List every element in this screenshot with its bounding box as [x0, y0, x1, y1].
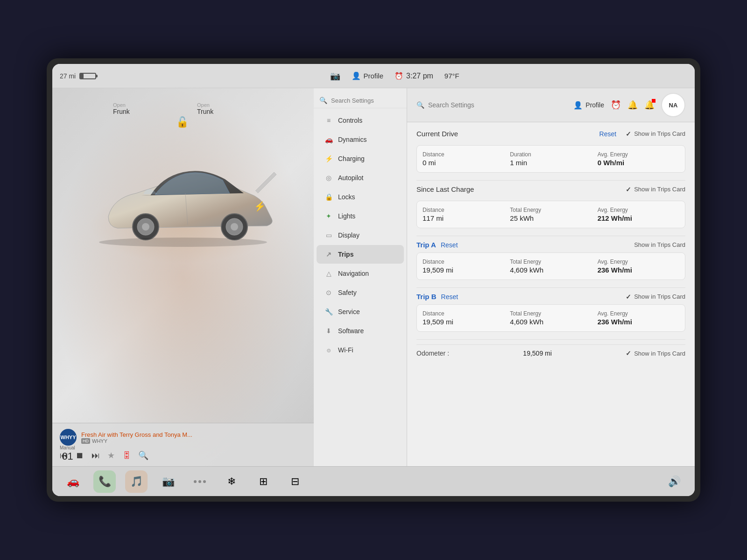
sidebar-item-wifi[interactable]: ⌾ Wi-Fi	[317, 341, 404, 359]
nav-list: ≡ Controls 🚗 Dynamics ⚡ Charging ◎ Autop…	[314, 111, 407, 359]
safety-icon: ⊙	[324, 288, 333, 297]
svg-point-3	[142, 223, 149, 231]
profile-button-top[interactable]: 👤 Profile	[352, 71, 384, 80]
taskbar-fan-icon: ❄	[227, 476, 236, 488]
wifi-icon: ⌾	[324, 345, 333, 355]
odometer-row: Odometer : 19,509 mi ✓ Show in Trips Car…	[416, 344, 685, 362]
sidebar-item-lights[interactable]: ✦ Lights	[317, 207, 404, 225]
charging-label: Charging	[338, 155, 365, 162]
dynamics-icon: 🚗	[324, 135, 333, 144]
lights-label: Lights	[338, 212, 355, 220]
battery-fill	[80, 74, 83, 78]
sidebar-item-display[interactable]: ▭ Display	[317, 226, 404, 245]
taskbar-climate-button[interactable]: ❄	[220, 470, 243, 493]
current-drive-reset-button[interactable]: Reset	[599, 130, 617, 138]
taskbar-phone-button[interactable]: 📞	[93, 470, 116, 493]
sidebar-item-trips[interactable]: ↗ Trips	[317, 245, 404, 264]
since-last-charge-stats: Distance 117 mi Total Energy 25 kWh Avg.…	[416, 201, 685, 228]
screen-inner: 27 mi 📷 👤 Profile ⏰ 3:27 pm 97°F	[52, 64, 695, 496]
odometer-value: 19,509 mi	[523, 350, 551, 357]
notification-icon[interactable]: 🔔	[627, 100, 638, 110]
sidebar-item-charging[interactable]: ⚡ Charging	[317, 149, 404, 168]
taskbar-app1-button[interactable]: ⊞	[252, 470, 275, 493]
trunk-label[interactable]: Open Trunk	[197, 102, 213, 115]
search-box: 🔍	[416, 101, 566, 109]
trip-b-name: Trip B	[416, 293, 437, 301]
service-icon: 🔧	[324, 307, 333, 316]
bell-dot-icon[interactable]: 🔔	[644, 100, 655, 110]
trip-a-avg-energy: Avg. Energy 236 Wh/mi	[598, 259, 679, 274]
frunk-text: Frunk	[113, 108, 130, 115]
car-svg: ⚡	[80, 142, 286, 263]
search-settings-input[interactable]	[331, 97, 401, 104]
time-value: 3:27 pm	[406, 72, 433, 80]
trip-a-reset-button[interactable]: Reset	[441, 241, 458, 249]
sidebar-item-autopilot[interactable]: ◎ Autopilot	[317, 168, 404, 187]
equalizer-button[interactable]: 🎛	[122, 451, 131, 461]
navigation-icon: △	[324, 269, 333, 278]
sidebar-item-service[interactable]: 🔧 Service	[317, 302, 404, 321]
divider-1	[416, 180, 685, 181]
current-drive-show-trips: ✓ Show in Trips Card	[626, 130, 685, 138]
music-controls: ⏮ ⏹ ⏭ ★ 🎛 🔍	[60, 450, 306, 461]
taskbar-music-button[interactable]: 🎵	[125, 470, 148, 493]
header-icons: 👤 Profile ⏰ 🔔 🔔 NA	[573, 93, 685, 117]
frunk-label[interactable]: Open Frunk	[113, 102, 130, 115]
current-drive-distance: Distance 0 mi	[423, 151, 504, 167]
profile-button-header[interactable]: 👤 Profile	[573, 101, 604, 110]
trip-b-total-energy: Total Energy 4,609 kWh	[510, 310, 592, 326]
temp-value-top: 97°F	[444, 72, 459, 80]
music-player: WHYY Fresh Air with Terry Gross and Tony…	[52, 423, 314, 466]
sidebar-item-dynamics[interactable]: 🚗 Dynamics	[317, 130, 404, 149]
taskbar-car-button[interactable]: 🚗	[62, 470, 84, 493]
trip-a-show-trips: Show in Trips Card	[634, 241, 685, 248]
trips-icon: ↗	[324, 250, 333, 259]
controls-label: Controls	[338, 117, 362, 124]
trips-header: 🔍 👤 Profile ⏰ 🔔 🔔	[407, 88, 695, 122]
music-title: Fresh Air with Terry Gross and Tonya M..…	[81, 431, 192, 438]
taskbar-volume-button[interactable]: 🔊	[663, 470, 685, 493]
current-drive-duration: Duration 1 min	[510, 151, 592, 167]
current-drive-section: Current Drive Reset ✓ Show in Trips Card	[416, 130, 685, 173]
taskbar-camera-button[interactable]: 📷	[157, 470, 179, 493]
trunk-open-text: Open	[197, 102, 213, 108]
search-settings-area: 🔍	[314, 93, 407, 108]
profile-person-icon: 👤	[352, 71, 361, 80]
sidebar-item-navigation[interactable]: △ Navigation	[317, 264, 404, 283]
trip-a-total-energy: Total Energy 4,609 kWh	[510, 259, 592, 274]
taskbar-dots-button[interactable]	[189, 470, 211, 493]
user-avatar[interactable]: NA	[661, 93, 685, 117]
stop-button[interactable]: ⏹	[76, 451, 84, 461]
sidebar-item-controls[interactable]: ≡ Controls	[317, 111, 404, 130]
temp-number: 61	[60, 450, 75, 462]
trip-b-distance: Distance 19,509 mi	[423, 310, 504, 326]
alarm-icon[interactable]: ⏰	[611, 100, 621, 110]
lock-icon: 🔓	[176, 116, 189, 128]
divider-3	[416, 287, 685, 288]
trip-a-distance: Distance 19,509 mi	[423, 259, 504, 274]
temp-mode-label: Manual	[60, 445, 75, 450]
search-input[interactable]	[428, 101, 510, 109]
software-label: Software	[338, 327, 364, 335]
screen-outer: 27 mi 📷 👤 Profile ⏰ 3:27 pm 97°F	[47, 58, 700, 502]
display-icon: ▭	[324, 231, 333, 240]
trip-a-title-group: Trip A Reset	[416, 241, 458, 249]
taskbar-volume-icon: 🔊	[668, 476, 681, 488]
status-camera-icon: 📷	[330, 71, 340, 81]
favorite-button[interactable]: ★	[107, 450, 115, 461]
trips-content: Current Drive Reset ✓ Show in Trips Card	[407, 122, 695, 369]
sidebar-item-software[interactable]: ⬇ Software	[317, 322, 404, 340]
trip-b-reset-button[interactable]: Reset	[441, 293, 458, 301]
locks-icon: 🔒	[324, 192, 333, 202]
current-drive-avg-energy: Avg. Energy 0 Wh/mi	[598, 151, 679, 167]
sidebar-item-safety[interactable]: ⊙ Safety	[317, 283, 404, 302]
search-nav-icon: 🔍	[319, 97, 327, 104]
dynamics-label: Dynamics	[338, 136, 366, 143]
next-button[interactable]: ⏭	[92, 451, 100, 461]
trip-a-section: Trip A Reset Show in Trips Card Distance…	[416, 241, 685, 280]
sidebar-item-locks[interactable]: 🔒 Locks	[317, 188, 404, 206]
taskbar-app2-button[interactable]: ⊟	[284, 470, 306, 493]
search-music-button[interactable]: 🔍	[138, 450, 148, 461]
since-last-charge-checkmark-icon: ✓	[626, 186, 631, 193]
autopilot-label: Autopilot	[338, 174, 363, 182]
